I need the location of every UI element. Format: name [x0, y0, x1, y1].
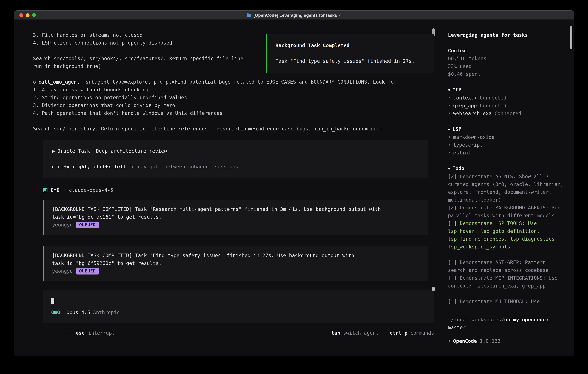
- tool-call-args: [subagent_type=explore, prompt=Find pote…: [83, 79, 397, 85]
- chevron-down-icon: ▼: [448, 127, 450, 132]
- close-button[interactable]: [19, 13, 23, 17]
- todo-item-pending: [ ] Demonstrate MULTIMODAL: Use: [448, 298, 565, 305]
- message-author: yeongyu: [52, 221, 73, 229]
- esc-key-hint: esc: [76, 329, 85, 337]
- message-text: task_id="bg_6f59260c" to get results.: [52, 260, 420, 267]
- todo-item-done: [✓] Demonstrate BACKGROUND AGENTS: Run p…: [448, 204, 565, 219]
- folder-icon: [246, 13, 251, 17]
- sidebar-scroll-region: Leveraging agents for tasks Context 66,5…: [448, 31, 565, 312]
- esc-key-label: interrupt: [88, 329, 115, 337]
- context-tokens: 66,518 tokens: [448, 55, 565, 62]
- lsp-item: • markdown-oxide: [448, 133, 565, 141]
- message-author: yeongyu: [52, 267, 73, 275]
- ctrlp-key-hint: ctrl+p: [390, 329, 408, 337]
- status-bar: ········ esc interrupt tab switch agent …: [46, 329, 434, 337]
- notification-title: Background Task Completed: [275, 42, 425, 50]
- todo-item-pending: [ ] Demonstrate AST-GREP: Pattern search…: [448, 259, 565, 274]
- tool-call-item: 4. Path operations that don't handle Win…: [33, 109, 442, 117]
- session-sidebar: Leveraging agents for tasks Context 66,5…: [442, 20, 574, 356]
- tool-call-name: call_omo_agent: [38, 79, 80, 85]
- message-card: [BACKGROUND TASK COMPLETED] Task "Find t…: [43, 246, 428, 281]
- background-task-notification[interactable]: Background Task Completed Task "Find typ…: [266, 34, 434, 73]
- tool-call-item: 1. Array access without bounds checking: [33, 86, 442, 94]
- message-text: task_id="bg_dcfac161" to get results.: [52, 213, 420, 221]
- bullet-icon: •: [448, 102, 453, 110]
- context-used: 33% used: [448, 62, 565, 70]
- bullet-icon: •: [448, 133, 453, 141]
- oracle-icon: ◉: [52, 148, 55, 154]
- context-spent: $0.46 spent: [448, 70, 565, 78]
- queued-badge: QUEUED: [76, 268, 99, 274]
- input-meta: OmO Opus 4.5 Anthropic: [51, 309, 426, 316]
- context-heading: Context: [448, 47, 565, 55]
- bullet-icon: •: [448, 94, 453, 102]
- traffic-lights: [14, 13, 36, 17]
- oracle-task-title: ◉Oracle Task "Deep architecture review": [52, 147, 419, 155]
- lsp-section-heading: ▼LSP: [448, 125, 565, 133]
- message-card: [BACKGROUND TASK COMPLETED] Task "Resear…: [43, 200, 428, 235]
- chat-area: 3. File handles or streams not closed 4.…: [14, 20, 442, 356]
- session-progress-icon: ◐: [339, 13, 342, 17]
- tab-key-label: switch agent: [343, 329, 379, 337]
- agent-model: claude-opus-4-5: [69, 186, 113, 194]
- message-text: [BACKGROUND TASK COMPLETED] Task "Resear…: [52, 205, 420, 213]
- navigation-hint: ctrl+x right, ctrl+x left to navigate be…: [52, 163, 419, 171]
- app-version-footer: • OpenCode1.0.163: [448, 337, 565, 345]
- input-model-name: Opus 4.5: [66, 309, 90, 316]
- notification-body: Task "Find type safety issues" finished …: [275, 57, 425, 65]
- bullet-icon: •: [448, 337, 453, 345]
- lsp-item: • eslint: [448, 149, 565, 157]
- window-title: [OpenCode] Leveraging agents for tasks: [253, 13, 337, 18]
- bullet-icon: •: [448, 141, 453, 149]
- tool-call-footer: Search src/ directory. Return specific f…: [33, 125, 442, 133]
- tool-call-header: ⚙call_omo_agent [subagent_type=explore, …: [33, 78, 442, 86]
- todo-item-done: [✓] Demonstrate AGENTS: Show all 7 curat…: [448, 173, 565, 204]
- message-text: [BACKGROUND TASK COMPLETED] Task "Find t…: [52, 252, 420, 260]
- spinner-dots-icon: ········: [46, 329, 72, 337]
- omo-agent-icon: [43, 188, 47, 192]
- lsp-item: • typescript: [448, 141, 565, 149]
- agent-header: OmO · claude-opus-4-5: [43, 186, 442, 194]
- message-scrollbar-thumb[interactable]: [432, 287, 435, 291]
- tab-key-hint: tab: [331, 329, 340, 337]
- bullet-icon: •: [448, 149, 453, 157]
- input-line[interactable]: [51, 297, 426, 305]
- window-titlebar: [OpenCode] Leveraging agents for tasks ◐: [14, 11, 574, 20]
- workspace-path: ~/local-workspaces/oh-my-opencode: maste…: [448, 316, 565, 332]
- queued-badge: QUEUED: [76, 222, 99, 228]
- todo-section-heading: ▼Todo: [448, 165, 565, 173]
- session-title: Leveraging agents for tasks: [448, 31, 565, 39]
- input-provider-name: Anthropic: [93, 309, 120, 316]
- tool-call-item: 2. String operations on potentially unde…: [33, 94, 442, 102]
- oracle-task-panel: ◉Oracle Task "Deep architecture review" …: [43, 140, 428, 178]
- opencode-window: [OpenCode] Leveraging agents for tasks ◐…: [14, 10, 574, 356]
- mcp-item: • context7Connected: [448, 94, 565, 102]
- maximize-button[interactable]: [32, 13, 36, 17]
- todo-item-active: [ ] Demonstrate LSP TOOLS: Use lsp_hover…: [448, 219, 565, 251]
- todo-item-pending: [ ] Demonstrate MCP INTEGRATIONS: Use co…: [448, 274, 565, 290]
- mcp-section-heading: ▼MCP: [448, 86, 565, 94]
- chevron-down-icon: ▼: [448, 166, 450, 171]
- desktop: [OpenCode] Leveraging agents for tasks ◐…: [0, 0, 588, 374]
- bullet-icon: •: [448, 110, 453, 117]
- tool-call-item: 3. Division operations that could divide…: [33, 102, 442, 109]
- ctrlp-key-label: commands: [410, 329, 434, 337]
- minimize-button[interactable]: [26, 13, 30, 17]
- gear-icon: ⚙: [33, 79, 36, 85]
- text-cursor: [51, 298, 54, 304]
- mcp-item: • grep_appConnected: [448, 102, 565, 110]
- agent-name: OmO: [51, 186, 60, 194]
- git-branch: master: [448, 324, 565, 332]
- prompt-input[interactable]: OmO Opus 4.5 Anthropic: [43, 290, 434, 323]
- sidebar-scrollbar-thumb[interactable]: [570, 26, 572, 49]
- hint-keybindings: ctrl+x right, ctrl+x left: [52, 164, 126, 169]
- separator-dot: ·: [63, 186, 66, 194]
- chevron-down-icon: ▼: [448, 88, 450, 92]
- mcp-item: • websearch_exaConnected: [448, 110, 565, 117]
- input-agent-name: OmO: [51, 309, 60, 316]
- title-group: [OpenCode] Leveraging agents for tasks ◐: [14, 13, 574, 18]
